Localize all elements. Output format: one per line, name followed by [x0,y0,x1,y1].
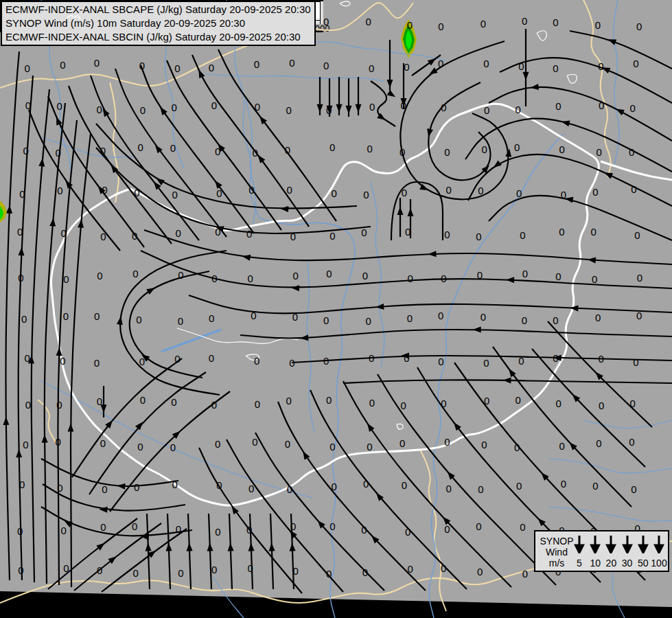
sbcin-zero-label: 0 [522,314,527,326]
sbcin-zero-label: 0 [476,520,481,532]
sbcin-zero-label: 0 [478,185,483,196]
sbcin-zero-label: 0 [481,439,487,450]
sbcin-zero-label: 0 [362,270,368,282]
sbcin-zero-label: 0 [636,21,642,32]
sbcin-zero-label: 0 [599,400,604,411]
sbcin-zero-label: 0 [520,229,525,241]
sbcin-zero-label: 0 [633,58,638,69]
sbcin-zero-label: 0 [176,227,181,239]
sbcin-zero-label: 0 [404,61,409,73]
no-data-region [0,591,672,618]
sbcin-zero-label: 0 [596,146,601,158]
sbcin-zero-label: 0 [553,314,558,326]
wind-speed-label: 30 [622,558,633,569]
sbcin-zero-label: 0 [209,312,214,324]
sbcin-zero-label: 0 [407,19,413,31]
sbcin-zero-label: 0 [555,271,561,282]
title-line-sbcape: ECMWF-INDEX-ANAL SBCAPE (J/kg) Saturday … [5,3,311,16]
sbcin-zero-label: 0 [178,567,183,579]
sbcin-zero-label: 0 [170,142,176,154]
sbcin-zero-label: 0 [559,226,564,238]
sbcin-zero-label: 0 [595,19,601,31]
sbcin-zero-label: 0 [178,269,183,281]
sbcin-zero-label: 0 [60,59,65,71]
sbcin-zero-label: 0 [100,437,106,449]
sbcin-zero-label: 0 [137,441,143,453]
sbcin-zero-label: 0 [94,57,100,69]
sbcin-zero-label: 0 [522,268,528,279]
sbcin-zero-label: 0 [132,268,138,279]
wind-speed-label: 100 [651,558,667,569]
sbcin-zero-label: 0 [140,394,146,406]
sbcin-zero-label: 0 [323,60,329,71]
wind-speed-label: 20 [606,558,617,569]
sbcin-zero-label: 0 [596,437,601,449]
sbcin-zero-label: 0 [559,144,564,155]
sbcin-zero-label: 0 [215,438,220,450]
sbcin-zero-label: 0 [178,315,183,327]
sbcin-zero-label: 0 [553,16,558,28]
sbcin-zero-label: 0 [323,16,329,27]
sbcin-zero-label: 0 [555,398,561,409]
sbcin-zero-label: 0 [480,311,486,323]
sbcin-zero-label: 0 [595,312,601,323]
sbcin-zero-label: 0 [444,229,450,240]
sbcin-zero-label: 0 [23,439,28,450]
sbcin-zero-label: 0 [329,141,335,153]
wind-arrow-down-icon [572,536,587,553]
sbcin-zero-label: 0 [634,229,640,241]
sbcin-zero-label: 0 [365,16,371,27]
title-line-sbcin: ECMWF-INDEX-ANAL SBCIN (J/kg) Saturday 2… [5,30,311,44]
sbcin-zero-label: 0 [211,564,217,575]
sbcin-zero-label: 0 [561,478,566,490]
wind-arrow-down-icon [651,536,667,553]
sbcin-zero-label: 0 [559,440,564,452]
sbcin-zero-label: 0 [254,58,259,70]
sbcin-zero-label: 0 [25,399,31,411]
wind-speed-label: 10 [590,558,601,569]
sbcin-zero-label: 0 [366,315,371,327]
sbcin-zero-label: 0 [102,483,107,495]
sbcin-zero-label: 0 [25,62,30,74]
sbcin-zero-label: 0 [522,568,528,580]
sbcin-zero-label: 0 [63,310,69,322]
sbcin-zero-label: 0 [367,441,372,453]
sbcin-zero-label: 0 [438,310,443,321]
sbcin-zero-label: 0 [248,273,253,284]
sbcin-zero-label: 0 [444,146,450,158]
sbcin-zero-label: 0 [516,480,522,492]
sbcin-zero-label: 0 [100,521,106,533]
sbcin-zero-label: 0 [481,144,487,155]
sbcin-zero-label: 0 [400,400,406,411]
sbcin-zero-label: 0 [326,394,332,406]
sbcin-zero-label: 0 [369,101,375,113]
sbcin-zero-label: 0 [172,189,177,201]
sbcin-zero-label: 0 [630,102,636,114]
sbcin-zero-label: 0 [363,189,369,201]
sbcin-zero-label: 0 [631,483,636,495]
sbcin-zero-label: 0 [140,104,146,116]
sbcin-zero-label: 0 [97,104,102,115]
sbcin-zero-label: 0 [292,270,298,282]
sbcin-zero-label: 0 [286,395,291,407]
sbcin-zero-label: 0 [629,436,634,448]
sbcin-zero-label: 0 [476,231,481,242]
wind-arrow-down-icon [636,536,651,553]
sbcin-zero-label: 0 [444,523,450,535]
sbcin-zero-label: 0 [211,100,217,111]
sbcin-zero-label: 0 [515,394,520,406]
sbcin-zero-label: 0 [60,525,66,536]
sbcin-zero-label: 0 [21,313,27,325]
sbcin-zero-label: 0 [171,396,176,408]
sbcin-zero-label: 0 [255,398,260,410]
sbcin-zero-label: 0 [252,436,257,448]
sbcin-zero-label: 0 [369,62,374,74]
sbcin-zero-label: 0 [446,483,452,494]
wind-arrow-down-icon [603,536,618,553]
title-box: ECMWF-INDEX-ANAL SBCAPE (J/kg) Saturday … [1,1,316,46]
sbcin-zero-label: 0 [444,436,450,448]
sbcin-zero-label: 0 [171,102,176,113]
sbcin-zero-label: 0 [553,62,558,74]
sbcin-zero-label: 0 [331,187,336,199]
sbcin-zero-label: 0 [402,479,407,491]
